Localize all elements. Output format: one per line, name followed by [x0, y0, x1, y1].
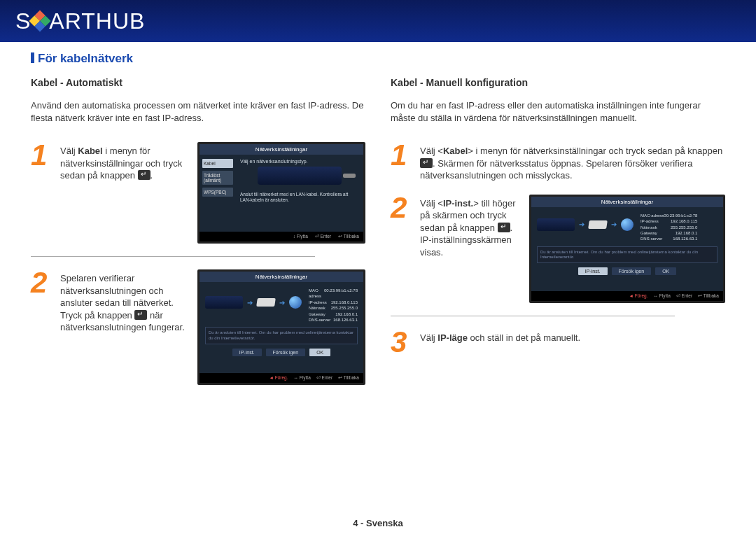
- two-columns: Kabel - Automatiskt Använd den automatis…: [31, 77, 725, 398]
- right-step-3: 3 Välj IP-läge och ställ in det på manue…: [391, 329, 725, 356]
- step-number: 1: [391, 142, 412, 169]
- page-content: För kabelnätverk Kabel - Automatiskt Anv…: [0, 42, 756, 398]
- smart-hub-logo: S ART HUB: [15, 8, 145, 34]
- network-table: MAC-adress00:23:99:b1:c2:78 IP-adress192…: [309, 288, 358, 323]
- btn-ipinst: IP-inst.: [232, 349, 262, 356]
- right-column: Kabel - Manuell konfiguration Om du har …: [391, 77, 725, 398]
- separator: [31, 256, 315, 257]
- section-title-text: För kabelnätverk: [38, 52, 133, 65]
- btn-ok: OK: [309, 349, 330, 356]
- connection-diagram: ➔ ➔: [537, 213, 634, 237]
- right-step-1: 1 Välj <Kabel> i menyn för nätverksinstä…: [391, 142, 725, 182]
- screenshot-title: Nätverksinställningar: [531, 197, 723, 207]
- btn-ipinst: IP-inst.: [578, 267, 608, 275]
- step-number: 3: [391, 329, 412, 356]
- tab-wps: WPS(PBC): [202, 188, 233, 197]
- separator: [391, 316, 675, 316]
- step-number: 1: [31, 142, 52, 182]
- left-step-2: 2 Spelaren verifierar nätverksanslutning…: [31, 269, 365, 385]
- connection-diagram: ➔ ➔: [205, 288, 302, 317]
- step-text: Spelaren verifierar nätverksanslutningen…: [60, 269, 190, 334]
- enter-icon: [134, 310, 147, 320]
- btn-retry: Försök igen: [612, 267, 652, 275]
- section-bar-icon: [31, 52, 34, 63]
- screenshot-buttons: IP-inst. Försök igen OK: [205, 349, 358, 356]
- screenshot-network-settings-1: Nätverksinställningar Kabel Trådlöst (al…: [197, 142, 365, 244]
- page-footer: 4 - Svenska: [0, 518, 756, 528]
- btn-ok: OK: [655, 267, 676, 275]
- step-text: Välj Kabel i menyn för nätverksinställni…: [60, 142, 190, 182]
- screenshot-footer: ◄ Föreg. ↔ Flytta ⏎ Enter ↩ Tillbaka: [531, 291, 723, 301]
- screenshot-footer: ◄ Föreg. ↔ Flytta ⏎ Enter ↩ Tillbaka: [200, 373, 363, 383]
- logo-art: ART: [49, 8, 95, 34]
- right-subhead: Kabel - Manuell konfiguration: [391, 77, 725, 88]
- enter-icon: [498, 223, 510, 232]
- right-intro: Om du har en fast IP-adress eller den au…: [391, 99, 725, 124]
- screenshot-sidebar: Kabel Trådlöst (allmänt) WPS(PBC): [200, 155, 236, 232]
- enter-icon: [138, 170, 150, 180]
- tab-wifi: Trådlöst (allmänt): [202, 171, 233, 185]
- section-title: För kabelnätverk: [31, 52, 725, 66]
- status-message: Du är ansluten till Internet. Om du har …: [205, 327, 358, 344]
- screenshot-footer: ↕ Flytta ⏎ Enter ↩ Tillbaka: [200, 232, 363, 241]
- right-step-2: 2 Välj <IP-inst.> till höger på skärmen …: [391, 195, 725, 303]
- globe-icon: [289, 296, 302, 309]
- step-text: Välj <Kabel> i menyn för nätverksinställ…: [420, 142, 725, 182]
- router-icon: [588, 220, 608, 229]
- tab-kabel: Kabel: [202, 159, 233, 168]
- globe-icon: [621, 218, 634, 231]
- step-text: Välj IP-läge och ställ in det på manuell…: [420, 329, 725, 344]
- screenshot-note: Anslut till nätverket med en LAN-kabel. …: [240, 192, 359, 203]
- status-message: Du är ansluten till Internet. Om du har …: [537, 246, 718, 263]
- enter-icon: [420, 158, 433, 168]
- left-step-1: 1 Välj Kabel i menyn för nätverksinställ…: [31, 142, 365, 244]
- left-column: Kabel - Automatiskt Använd den automatis…: [31, 77, 365, 398]
- router-icon: [256, 298, 276, 307]
- network-table: MAC-adress00:23:99:b1:c2:78 IP-adress192…: [640, 213, 697, 242]
- logo-cube-icon: [29, 10, 51, 31]
- step-number: 2: [31, 269, 52, 334]
- app-header: S ART HUB: [0, 0, 756, 42]
- screenshot-buttons: IP-inst. Försök igen OK: [537, 267, 718, 275]
- screenshot-network-status-2: Nätverksinställningar ➔ ➔ MAC-ad: [529, 195, 725, 303]
- btn-retry: Försök igen: [266, 349, 306, 356]
- logo-hub: HUB: [96, 8, 146, 34]
- screenshot-network-status-1: Nätverksinställningar ➔ ➔ MAC-ad: [197, 269, 365, 385]
- screenshot-subtitle: Välj en nätverksanslutningstyp.: [240, 159, 359, 164]
- player-icon: [537, 218, 575, 231]
- device-icon: [258, 167, 342, 185]
- step-text: Välj <IP-inst.> till höger på skärmen oc…: [420, 195, 522, 259]
- left-subhead: Kabel - Automatiskt: [31, 77, 365, 88]
- player-icon: [205, 296, 243, 309]
- left-intro: Använd den automatiska processen om nätv…: [31, 99, 365, 124]
- screenshot-title: Nätverksinställningar: [200, 144, 363, 155]
- screenshot-title: Nätverksinställningar: [200, 272, 363, 282]
- step-number: 2: [391, 195, 412, 259]
